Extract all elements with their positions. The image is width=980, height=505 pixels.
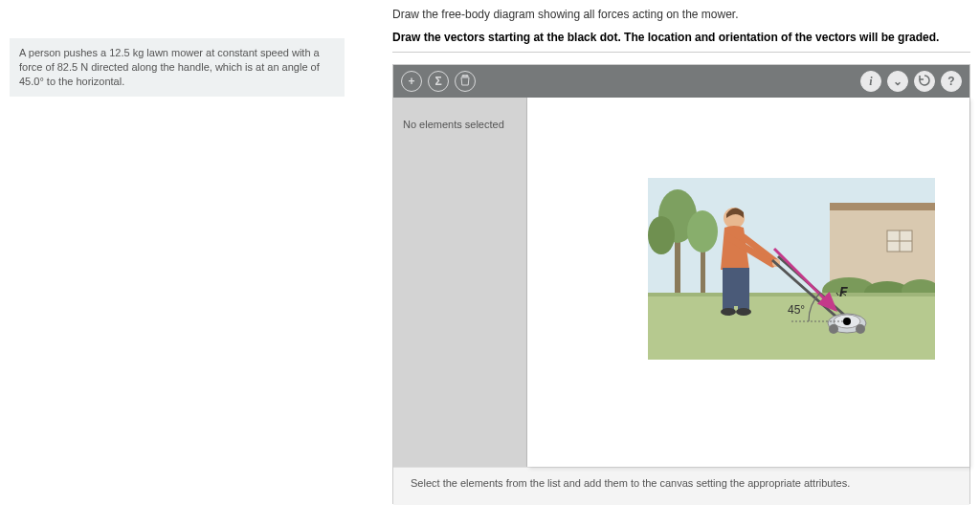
origin-dot[interactable] — [843, 318, 851, 325]
instruction-main: Draw the free-body diagram showing all f… — [392, 8, 970, 21]
problem-text: A person pushes a 12.5 — [19, 47, 133, 58]
elements-panel: No elements selected — [393, 98, 527, 467]
panel-status: No elements selected — [403, 119, 517, 130]
delete-button[interactable] — [455, 71, 476, 92]
reset-button[interactable] — [914, 71, 935, 92]
mower-illustration: F 45° — [648, 178, 935, 360]
hint-bar: Select the elements from the list and ad… — [393, 467, 969, 505]
toolbar-right: i ⌄ ? — [860, 71, 962, 92]
editor-body: No elements selected — [393, 98, 969, 467]
drawing-canvas[interactable]: F 45° — [527, 98, 969, 467]
svg-rect-19 — [738, 268, 749, 310]
info-icon: i — [869, 75, 872, 89]
hint-text: Select the elements from the list and ad… — [411, 477, 850, 489]
answer-column: Draw the free-body diagram showing all f… — [354, 0, 980, 505]
plus-icon: + — [408, 75, 414, 88]
unit-n: N — [80, 61, 88, 73]
help-button[interactable]: ? — [941, 71, 962, 92]
svg-rect-2 — [830, 203, 935, 210]
trash-icon — [460, 75, 470, 89]
problem-column: A person pushes a 12.5 kg lawn mower at … — [0, 0, 354, 505]
svg-point-20 — [721, 308, 736, 316]
unit-kg: kg — [133, 47, 145, 58]
chevron-down-icon: ⌄ — [893, 75, 902, 88]
reset-icon — [918, 74, 931, 90]
question-icon: ? — [947, 75, 954, 88]
sum-button[interactable]: Σ — [428, 71, 449, 92]
svg-point-11 — [648, 216, 675, 254]
svg-point-13 — [687, 210, 718, 252]
svg-rect-18 — [723, 268, 734, 310]
toolbar-left: + Σ — [401, 71, 476, 92]
instruction-bold: Draw the vectors starting at the black d… — [392, 31, 970, 44]
force-label: F — [839, 284, 848, 299]
add-button[interactable]: + — [401, 71, 422, 92]
problem-statement: A person pushes a 12.5 kg lawn mower at … — [10, 38, 345, 97]
page-root: A person pushes a 12.5 kg lawn mower at … — [0, 0, 980, 505]
svg-point-31 — [856, 324, 865, 334]
sigma-icon: Σ — [434, 75, 441, 88]
svg-rect-15 — [648, 293, 935, 296]
dropdown-button[interactable]: ⌄ — [887, 71, 908, 92]
vector-editor: + Σ i ⌄ — [392, 64, 970, 504]
info-button[interactable]: i — [860, 71, 881, 92]
angle-label: 45° — [788, 303, 805, 317]
divider — [392, 52, 970, 53]
editor-toolbar: + Σ i ⌄ — [393, 65, 969, 98]
svg-point-21 — [736, 308, 751, 316]
svg-point-30 — [829, 324, 838, 334]
